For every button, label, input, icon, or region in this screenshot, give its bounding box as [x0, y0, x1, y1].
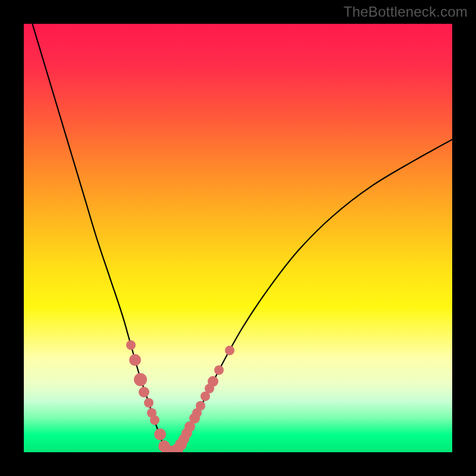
plot-area	[24, 24, 452, 452]
bottleneck-curve	[32, 24, 452, 452]
data-dot	[225, 346, 234, 355]
chart-frame: TheBottleneck.com	[0, 0, 476, 476]
data-dot	[129, 354, 141, 366]
data-dot	[139, 387, 149, 397]
data-dot	[134, 373, 147, 386]
data-dot	[196, 401, 205, 411]
watermark-text: TheBottleneck.com	[343, 4, 468, 20]
data-dot	[208, 376, 218, 387]
curve-layer	[24, 24, 452, 452]
data-dot	[214, 365, 224, 375]
data-dot	[150, 415, 159, 425]
data-dot	[144, 398, 154, 408]
data-dot	[126, 340, 136, 350]
data-dot	[154, 428, 166, 440]
